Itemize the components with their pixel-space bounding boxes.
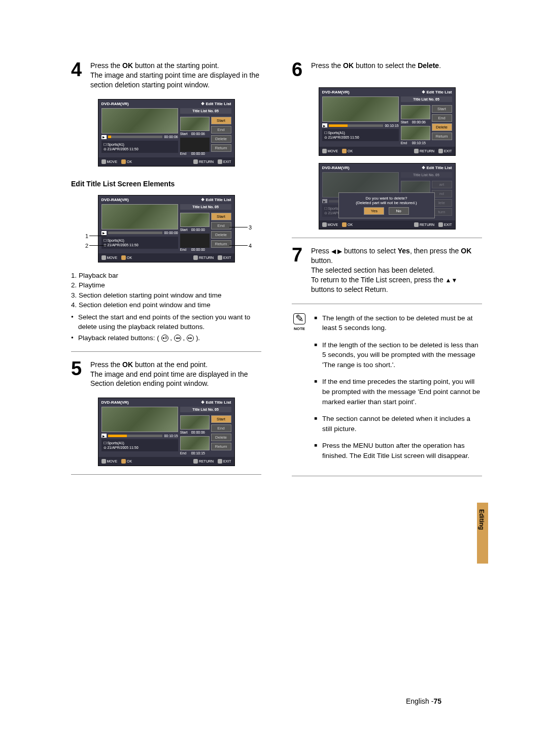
t: OK (343, 61, 354, 70)
start-button[interactable]: Start (211, 415, 231, 423)
delete-button[interactable]: Delete (211, 231, 231, 239)
preview-thumb (101, 108, 178, 134)
t: MOVE (107, 160, 118, 163)
callout-1: 1 (85, 233, 88, 239)
osd-header-right: Edit Title List (206, 198, 231, 202)
t: buttons to select (342, 247, 398, 255)
step-5: 5 Press the OK button at the end point. … (71, 360, 261, 389)
t: Sports(A1) (107, 239, 124, 242)
title-info: ☐ Sports(A1) ⊙ 21/APR/2005 11:50 (101, 439, 178, 451)
t: The selected section has been deleted. (311, 266, 482, 275)
step-body: Press ◀ ▶ buttons to select Yes, then pr… (311, 246, 482, 294)
t: . (439, 61, 441, 70)
t: EXIT (223, 256, 231, 259)
pencil-icon: ✎ (293, 313, 305, 324)
t: 21/APR/2005 11:50 (328, 136, 359, 139)
t: OK (127, 160, 132, 163)
t: button to select the (354, 61, 418, 70)
start-button[interactable]: Start (432, 105, 452, 113)
note-item: Press the MENU button after the operatio… (314, 441, 482, 461)
title-info: ☐ Sports(A1) ⊙ 21/APR/2005 11:50 (101, 237, 178, 249)
t: 00:00:00 (191, 152, 205, 155)
preview-thumb (101, 407, 178, 432)
t: 21/APR/2005 11:50 (107, 147, 138, 151)
return-button[interactable]: Return (211, 240, 231, 248)
t: 00:00:00 (191, 228, 205, 232)
end-button[interactable]: End (211, 126, 231, 134)
t: 3. Section deletion starting point windo… (71, 290, 261, 301)
t: 4. Section deletion end point window and… (71, 300, 261, 310)
start-thumb (401, 105, 430, 119)
end-button[interactable]: End (432, 114, 452, 122)
osd-header-left: DVD-RAM(VR) (101, 198, 129, 202)
step-4: 4 Press the OK button at the starting po… (71, 61, 261, 90)
t: Press the (90, 360, 122, 369)
play-icon: ▶ (101, 434, 107, 438)
preview-thumb (322, 96, 399, 122)
end-thumb (401, 126, 430, 140)
osd-header-left: DVD-RAM(VR) (322, 90, 350, 94)
dialog-text: (Deleted part will not be restored.) (342, 201, 431, 205)
note-body: The length of the section to be deleted … (314, 313, 482, 468)
playback-bar: ▶ 00:10:15 (322, 123, 399, 127)
end-thumb (180, 234, 210, 248)
delete-button[interactable]: Delete (211, 434, 231, 441)
osd-header-right: Edit Title List (426, 166, 452, 170)
osd-screenshot-step5: DVD-RAM(VR) ❖ Edit Title List ▶ 00:10:15… (98, 398, 235, 466)
osd-footer: MOVE OK RETURN EXIT (319, 147, 455, 155)
t: EXIT (223, 459, 231, 463)
t: Sports(A1) (107, 143, 124, 146)
play-icon: ▶ (101, 135, 107, 139)
t: Playback related buttons: ( ▸ⅠⅠ , ◂◂ , ▸… (71, 333, 261, 343)
note-item: If the length of the section to be delet… (314, 340, 482, 370)
t: EXIT (444, 223, 452, 226)
t: Press (311, 247, 331, 255)
title-info: ☐ Sports(A1) ⊙ 21/APR/2005 11:50 (101, 141, 178, 153)
t: OK (122, 61, 133, 70)
page-number: 75 (433, 697, 441, 705)
t: 00:10:15 (412, 141, 426, 145)
title-list-no: Title List No. 05 (401, 96, 452, 102)
t: End (180, 451, 189, 455)
osd-header-right: Edit Title List (206, 102, 231, 106)
t: 2. Playtime (71, 280, 261, 290)
return-button[interactable]: Return (432, 133, 452, 140)
t: OK (127, 256, 132, 259)
note-item: The section cannot be deleted when it in… (314, 414, 482, 434)
forward-icon: ▸▸ (187, 335, 194, 342)
playback-bar: ▶ 00:00:06 (101, 135, 178, 139)
osd-header-left: DVD-RAM(VR) (322, 166, 350, 170)
step-number: 5 (71, 360, 86, 389)
delete-button[interactable]: Delete (211, 135, 231, 143)
playtime: 00:00:06 (164, 135, 178, 139)
t: MOVE (107, 459, 118, 463)
no-button[interactable]: No (389, 207, 409, 215)
start-button[interactable]: Start (211, 117, 231, 124)
step-7: 7 Press ◀ ▶ buttons to select Yes, then … (292, 246, 482, 294)
up-down-arrow-icon: ▲▼ (446, 277, 458, 284)
osd-footer: MOVE OK RETURN EXIT (98, 157, 234, 166)
t: MOVE (107, 256, 118, 259)
note-item: If the end time precedes the starting po… (314, 377, 482, 407)
osd-screenshot-elements: DVD-RAM(VR) ❖ Edit Title List ▶ 00:00:00 (98, 195, 235, 262)
t: 00:00:06 (412, 120, 426, 124)
divider (292, 238, 482, 238)
delete-button[interactable]: Delete (432, 123, 452, 131)
end-button[interactable]: End (211, 424, 231, 432)
yes-button[interactable]: Yes (364, 207, 384, 215)
play-pause-icon: ▸ⅠⅠ (161, 335, 168, 342)
t: Sports(A1) (107, 441, 124, 445)
end-button[interactable]: End (211, 222, 231, 229)
t: End (180, 152, 189, 155)
t: EXIT (223, 160, 231, 163)
dialog-text: Do you want to delete? (342, 196, 431, 201)
start-button[interactable]: Start (211, 213, 231, 220)
return-button[interactable]: Return (211, 144, 231, 152)
t: 1. Playback bar (71, 271, 261, 281)
callout-3: 3 (249, 224, 252, 231)
playtime: 00:10:15 (385, 124, 398, 127)
return-button[interactable]: Return (211, 443, 231, 450)
callout-2: 2 (85, 243, 88, 249)
t: RETURN (199, 256, 214, 259)
step-body: Press the OK button to select the Delete… (311, 61, 441, 78)
